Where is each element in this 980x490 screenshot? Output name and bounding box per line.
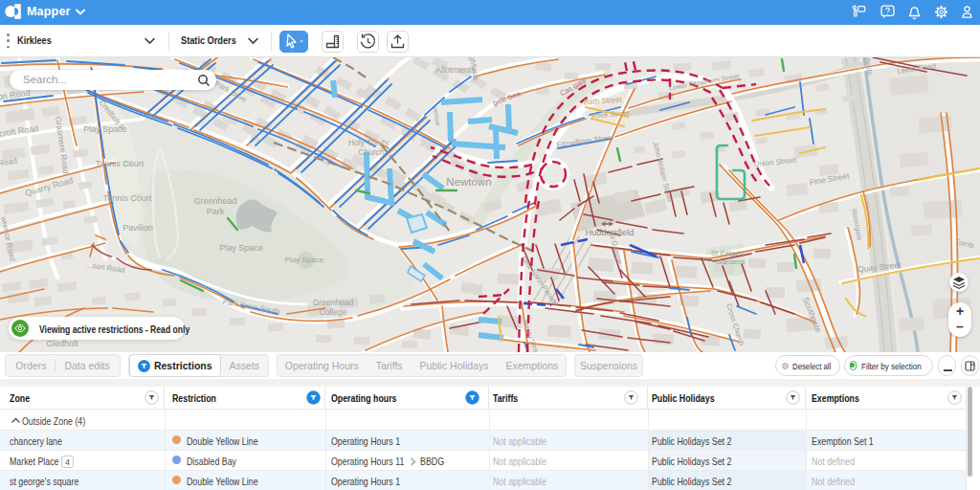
svg-text:Play Space: Play Space: [285, 256, 324, 264]
svg-text:Gledholt: Gledholt: [46, 339, 78, 348]
svg-text:Greenhead: Greenhead: [313, 298, 354, 307]
svg-text:Greenhead: Greenhead: [193, 196, 236, 206]
svg-text:Church: Church: [358, 147, 385, 157]
svg-text:Tennis Court: Tennis Court: [103, 193, 152, 203]
svg-text:Gardens: Gardens: [716, 257, 746, 266]
svg-text:Play Space: Play Space: [219, 243, 263, 253]
svg-text:Pavilion: Pavilion: [122, 223, 153, 233]
svg-text:Newtown: Newtown: [446, 176, 491, 188]
svg-text:Park: Park: [207, 207, 225, 216]
svg-text:Holy Trinity: Holy Trinity: [348, 138, 390, 147]
svg-text:College: College: [320, 307, 347, 317]
svg-text:Tennis Court: Tennis Court: [96, 159, 145, 168]
svg-text:St Peter's: St Peter's: [711, 249, 744, 257]
